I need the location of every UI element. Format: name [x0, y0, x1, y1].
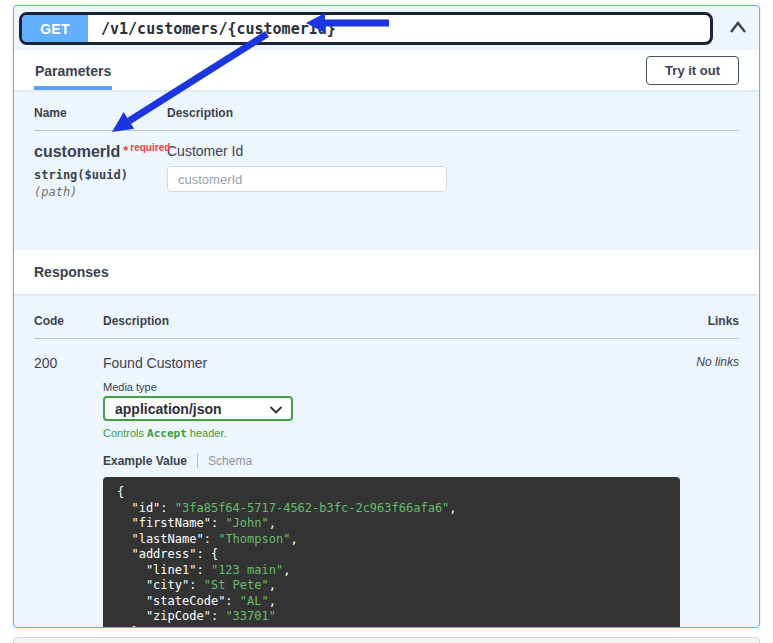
responses-header: Responses: [14, 250, 759, 294]
http-method-badge: GET: [22, 15, 88, 42]
column-header-code: Code: [34, 314, 103, 328]
response-row-200: 200 Found Customer Media type applicatio…: [34, 355, 739, 628]
parameters-header: Parameters Try it out: [14, 50, 759, 90]
column-header-name: Name: [34, 106, 167, 120]
column-header-description: Description: [167, 106, 739, 120]
try-it-out-button[interactable]: Try it out: [646, 56, 739, 85]
parameters-title: Parameters: [35, 63, 111, 79]
responses-table: Code Description Links 200 Found Custome…: [14, 294, 759, 628]
response-code: 200: [34, 355, 103, 628]
model-example-tabs: Example Value Schema: [103, 453, 677, 468]
collapse-button[interactable]: [727, 18, 749, 39]
column-header-response-description: Description: [103, 314, 677, 328]
operation-summary: GET /v1/customers/{customerId}: [14, 6, 759, 45]
parameters-table: Name Description customerId*required str…: [14, 90, 759, 245]
chevron-up-icon: [729, 20, 747, 37]
example-json[interactable]: { "id": "3fa85f64-5717-4562-b3fc-2c963f6…: [103, 477, 680, 628]
hint-suffix: header.: [187, 427, 227, 439]
chevron-down-icon: [270, 400, 282, 418]
hint-accept: Accept: [147, 427, 187, 440]
parameter-type: string($uuid): [34, 168, 167, 182]
responses-table-head: Code Description Links: [34, 314, 739, 339]
required-star: *: [123, 143, 128, 158]
parameter-value-input[interactable]: [167, 166, 447, 192]
parameter-description: Customer Id: [167, 143, 739, 159]
media-type-selected: application/json: [115, 401, 222, 417]
response-links: No links: [677, 355, 739, 628]
media-type-select[interactable]: application/json: [103, 396, 293, 421]
operation-summary-bar[interactable]: GET /v1/customers/{customerId}: [19, 12, 713, 45]
operation-block-get: GET /v1/customers/{customerId} Parameter…: [13, 5, 760, 628]
parameter-row: customerId*required string($uuid) (path)…: [34, 143, 739, 199]
tab-parameters[interactable]: Parameters: [34, 55, 112, 90]
next-operation-block[interactable]: [13, 637, 760, 643]
required-label: required: [130, 142, 170, 153]
column-header-links: Links: [677, 314, 739, 328]
accept-header-hint: Controls Accept header.: [103, 427, 677, 440]
tab-divider: [197, 453, 198, 468]
parameter-name-text: customerId: [34, 143, 120, 160]
hint-prefix: Controls: [103, 427, 147, 439]
swagger-page: GET /v1/customers/{customerId} Parameter…: [0, 0, 773, 643]
parameters-table-head: Name Description: [34, 106, 739, 131]
tab-example-value[interactable]: Example Value: [103, 454, 187, 468]
tab-schema[interactable]: Schema: [208, 454, 252, 468]
responses-title: Responses: [34, 264, 109, 280]
parameter-description-cell: Customer Id: [167, 143, 739, 199]
parameter-name: customerId*required: [34, 143, 167, 161]
response-body: Found Customer Media type application/js…: [103, 355, 677, 628]
parameter-location: (path): [34, 185, 167, 199]
endpoint-path: /v1/customers/{customerId}: [88, 15, 336, 42]
parameter-name-cell: customerId*required string($uuid) (path): [34, 143, 167, 199]
response-description: Found Customer: [103, 355, 677, 371]
media-type-label: Media type: [103, 381, 677, 393]
